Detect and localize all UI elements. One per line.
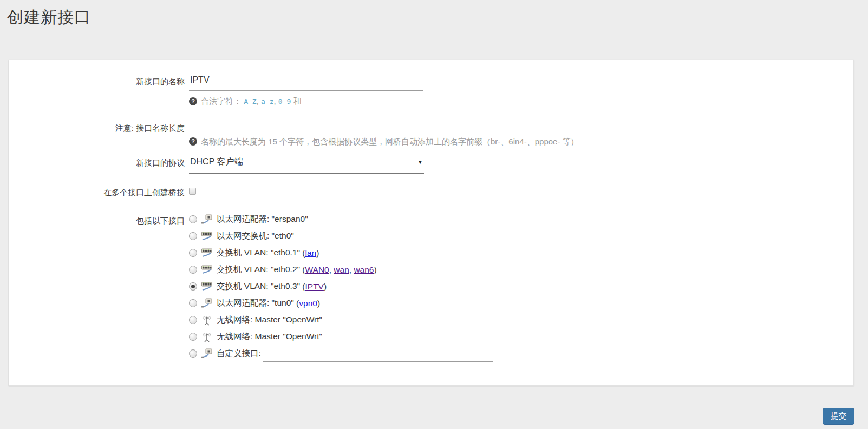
interface-option[interactable]: 无线网络: Master "OpenWrt" [189,312,853,328]
name-field-hint: ? 合法字符： A-Z, a-z, 0-9 和 _ [189,96,853,107]
radio-button[interactable] [189,249,197,257]
interface-option-label: 交换机 VLAN: "eth0.3" [217,281,300,292]
switch-icon [201,265,213,275]
note-field-label: 注意: 接口名称长度 [9,122,185,134]
interface-option-label: 以太网适配器: "erspan0" [217,214,308,225]
radio-button[interactable] [189,333,197,341]
help-icon: ? [189,97,197,105]
bridge-field-label: 在多个接口上创建桥接 [9,186,185,198]
interface-option-networks: (lan) [300,248,319,258]
interface-option-label: 以太网交换机: "eth0" [217,230,294,242]
page-title: 创建新接口 [7,6,91,29]
interface-options: 以太网适配器: "erspan0"以太网交换机: "eth0"交换机 VLAN:… [189,211,853,362]
name-field-label: 新接口的名称 [9,75,185,87]
protocol-field-label: 新接口的协议 [9,156,185,168]
interface-option[interactable]: 交换机 VLAN: "eth0.2" (WAN0, wan, wan6) [189,261,853,278]
switch-icon [201,231,213,242]
radio-button[interactable] [189,316,197,324]
dropdown-arrow-icon: ▼ [417,156,423,165]
interface-option-label: 交换机 VLAN: "eth0.2" [217,264,300,275]
field-row-interfaces: 包括以下接口 以太网适配器: "erspan0"以太网交换机: "eth0"交换… [9,211,853,362]
help-icon: ? [189,137,197,146]
radio-button[interactable] [189,299,197,307]
switch-icon [201,281,213,292]
network-link[interactable]: wan6 [354,265,374,274]
interface-option[interactable]: 以太网适配器: "erspan0" [189,211,853,228]
radio-button[interactable] [189,232,197,240]
interface-option[interactable]: 无线网络: Master "OpenWrt" [189,328,853,345]
form-panel: 新接口的名称 IPTV ? 合法字符： A-Z, a-z, 0-9 和 _ 注意… [9,60,854,386]
protocol-select-value: DHCP 客户端 [190,156,243,168]
interface-option-label: 自定义接口: [217,348,261,359]
interface-option-networks: (vpn0) [294,299,320,308]
protocol-select[interactable]: DHCP 客户端 ▼ [189,156,424,174]
switch-icon [201,248,213,259]
interface-option-label: 无线网络: Master "OpenWrt" [217,314,322,326]
custom-interface-input[interactable] [263,352,493,362]
interface-option[interactable]: 交换机 VLAN: "eth0.1" (lan) [189,245,853,261]
note-field-hint: ? 名称的最大长度为 15 个字符，包含根据协议类型，网桥自动添加上的名字前缀（… [189,136,853,147]
radio-button[interactable] [189,349,197,358]
network-link[interactable]: wan [334,265,349,274]
wifi-icon [201,315,213,326]
interface-option[interactable]: 以太网交换机: "eth0" [189,228,853,245]
wifi-icon [201,332,213,342]
network-link[interactable]: IPTV [305,282,323,291]
interface-option[interactable]: 自定义接口: [189,345,853,362]
name-hint-text: 合法字符： A-Z, a-z, 0-9 和 _ [201,96,308,107]
radio-button-selected[interactable] [189,282,197,291]
radio-button[interactable] [189,266,197,274]
network-link[interactable]: WAN0 [305,265,329,274]
name-input-value: IPTV [190,75,210,84]
ethernet-icon [201,214,213,225]
field-row-protocol: 新接口的协议 DHCP 客户端 ▼ [9,156,853,174]
field-row-note: 注意: 接口名称长度 ? 名称的最大长度为 15 个字符，包含根据协议类型，网桥… [9,122,853,147]
interface-option-label: 无线网络: Master "OpenWrt" [217,331,322,342]
bridge-checkbox[interactable] [189,188,196,195]
note-hint-text: 名称的最大长度为 15 个字符，包含根据协议类型，网桥自动添加上的名字前缀（br… [201,136,579,147]
interface-option[interactable]: 交换机 VLAN: "eth0.3" (IPTV) [189,278,853,295]
interfaces-field-label: 包括以下接口 [9,211,185,226]
field-row-name: 新接口的名称 IPTV ? 合法字符： A-Z, a-z, 0-9 和 _ [9,75,853,107]
interface-option-networks: (WAN0, wan, wan6) [300,265,377,275]
ethernet-icon [201,298,213,309]
interface-option-label: 交换机 VLAN: "eth0.1" [217,247,300,259]
name-input[interactable]: IPTV [189,75,423,91]
interface-option-label: 以太网适配器: "tun0" [217,298,294,309]
radio-button[interactable] [189,215,197,223]
network-link[interactable]: lan [305,248,316,258]
network-link[interactable]: vpn0 [299,299,317,308]
ethernet-icon [201,348,213,359]
interface-option[interactable]: 以太网适配器: "tun0" (vpn0) [189,295,853,312]
submit-button[interactable]: 提交 [823,408,854,425]
field-row-bridge: 在多个接口上创建桥接 [9,186,853,198]
interface-option-networks: (IPTV) [300,282,327,292]
